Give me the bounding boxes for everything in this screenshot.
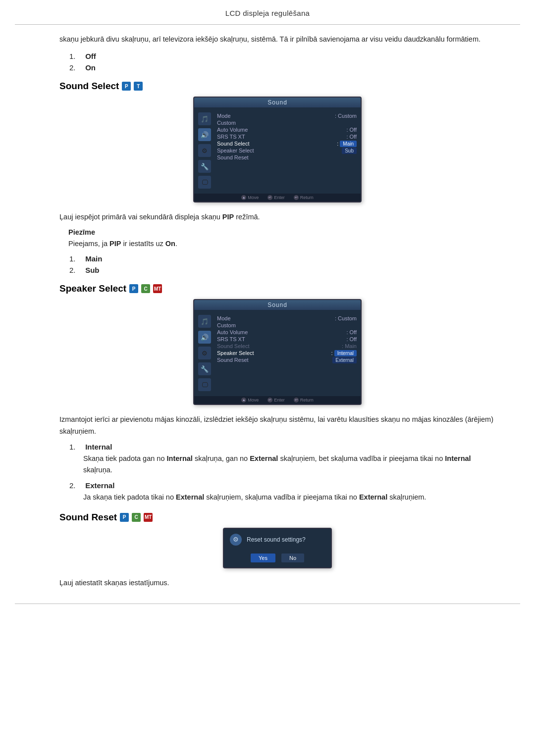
header-bar: LCD displeja regulēšana (0, 0, 535, 24)
osd-value: : Main (337, 141, 357, 147)
list-label: Sub (85, 266, 99, 274)
list-item: 1. Main (69, 254, 495, 263)
osd-icon-circle: ⚙ (198, 144, 211, 157)
list-num: 1. (69, 52, 83, 60)
list-item: 2. Sub (69, 266, 495, 274)
osd-row-mode: Mode : Custom (217, 315, 357, 322)
osd-label: Custom (217, 120, 236, 126)
osd-title: Sound (194, 300, 361, 310)
reset-yes-button[interactable]: Yes (251, 554, 275, 562)
speaker-select-list: 1. Internal Skaņa tiek padota gan no Int… (69, 443, 495, 503)
osd-footer-return: ↩ Return (294, 195, 314, 200)
list-label: On (85, 63, 96, 72)
osd-value: : Off (346, 127, 357, 133)
osd-body: 🎵 🔊 ⚙ 🔧 🖵 Mode : Custom Custom (194, 107, 361, 194)
osd-label: Speaker Select (217, 148, 254, 153)
intro-list: 1. Off 2. On (69, 52, 495, 72)
osd-row-sound-reset: Sound Reset (217, 154, 357, 161)
osd-label: Custom (217, 322, 236, 328)
list-label: Internal (85, 443, 112, 451)
note-text: Pieejams, ja PIP ir iestatīts uz On. (68, 238, 495, 250)
sound-select-osd-wrapper: Sound 🎵 🔊 ⚙ 🔧 🖵 Mode : Custom (59, 97, 495, 202)
return-icon: ↩ (294, 195, 299, 200)
osd-row-sound-select-dimmed: Sound Select : Main (217, 343, 357, 350)
osd-label: Auto Volume (217, 127, 248, 133)
reset-dialog-body: ⚙ Reset sound settings? (224, 529, 331, 551)
reset-no-button[interactable]: No (281, 554, 304, 562)
osd-label: SRS TS XT (217, 336, 245, 342)
enter-icon: ↵ (268, 398, 272, 403)
osd-dropdown-external: External (332, 357, 357, 363)
osd-value: : Off (346, 336, 357, 342)
list-item: 2. On (69, 63, 495, 72)
footer-enter-label: Enter (274, 195, 285, 200)
osd-value: : Internal (331, 350, 357, 356)
osd-dropdown-sub: Sub (342, 148, 357, 154)
list-item: 2. External Ja skaņa tiek padota tikai n… (69, 481, 495, 503)
osd-title: Sound (194, 98, 361, 107)
sound-select-list: 1. Main 2. Sub (69, 254, 495, 274)
sound-reset-title: Sound Reset (59, 512, 117, 523)
osd-footer-return: ↩ Return (294, 398, 314, 403)
bottom-rule (15, 604, 520, 604)
speaker-select-osd-wrapper: Sound 🎵 🔊 ⚙ 🔧 🖵 Mode : Custom (59, 299, 495, 405)
osd-row-custom: Custom (217, 322, 357, 329)
move-icon: ▲ (241, 195, 246, 200)
osd-footer: ▲ Move ↵ Enter ↩ Return (194, 396, 361, 404)
page-title: LCD displeja regulēšana (225, 9, 310, 17)
osd-value: External (332, 357, 357, 363)
osd-row-autovol: Auto Volume : Off (217, 126, 357, 133)
osd-icons: 🎵 🔊 ⚙ 🔧 🖵 (194, 313, 215, 393)
list-item: 1. Internal Skaņa tiek padota gan no Int… (69, 443, 495, 476)
osd-row-custom: Custom (217, 119, 357, 126)
osd-label: Sound Reset (217, 154, 249, 160)
speaker-select-description: Izmantojot ierīci ar pievienotu mājas ki… (59, 414, 495, 438)
osd-footer-enter: ↵ Enter (268, 398, 285, 403)
list-label: Main (85, 254, 102, 263)
footer-return-label: Return (300, 398, 314, 403)
footer-move-label: Move (248, 398, 259, 403)
osd-value: : Off (346, 134, 357, 140)
osd-footer-enter: ↵ Enter (268, 195, 285, 200)
osd-menu: Mode : Custom Custom Auto Volume : Off (215, 110, 361, 191)
osd-row-sound-select: Sound Select : Main (217, 140, 357, 147)
badge-c: C (141, 284, 150, 293)
osd-row-sound-reset: Sound Reset External (217, 356, 357, 363)
osd-menu: Mode : Custom Custom Auto Volume : Off (215, 313, 361, 393)
badge-t: T (134, 82, 143, 91)
return-icon: ↩ (294, 398, 299, 403)
sound-select-osd: Sound 🎵 🔊 ⚙ 🔧 🖵 Mode : Custom (193, 97, 362, 202)
osd-icon-display: 🖵 (198, 176, 211, 189)
enter-icon: ↵ (268, 195, 272, 200)
osd-label: Sound Select (217, 343, 249, 349)
speaker-select-osd: Sound 🎵 🔊 ⚙ 🔧 🖵 Mode : Custom (193, 299, 362, 405)
osd-row-mode: Mode : Custom (217, 112, 357, 119)
reset-dialog-icon: ⚙ (230, 534, 242, 546)
badge-c: C (132, 513, 141, 522)
osd-icon-display: 🖵 (198, 378, 211, 391)
osd-icons: 🎵 🔊 ⚙ 🔧 🖵 (194, 110, 215, 191)
osd-label: Mode (217, 113, 231, 119)
speaker-select-title: Speaker Select (59, 283, 126, 294)
sound-reset-description: Ļauj atiestatīt skaņas iestatījumus. (59, 577, 495, 589)
badge-p: P (129, 284, 138, 293)
osd-footer: ▲ Move ↵ Enter ↩ Return (194, 194, 361, 202)
move-icon: ▲ (241, 398, 246, 403)
osd-value: : Custom (335, 315, 357, 321)
list-num: 2. (69, 481, 83, 490)
sound-select-heading: Sound Select P T (59, 81, 495, 92)
reset-dialog: ⚙ Reset sound settings? Yes No (223, 528, 332, 568)
footer-move-label: Move (248, 195, 259, 200)
osd-row-speaker-select: Speaker Select Sub (217, 147, 357, 154)
osd-footer-move: ▲ Move (241, 398, 259, 403)
osd-row-speaker-select: Speaker Select : Internal (217, 350, 357, 356)
osd-row-srs: SRS TS XT : Off (217, 336, 357, 343)
osd-icon-active: 🔊 (198, 331, 211, 344)
osd-dropdown-internal: Internal (334, 350, 357, 356)
list-num: 1. (69, 443, 83, 451)
osd-footer-move: ▲ Move (241, 195, 259, 200)
content-area: skaņu jebkurā divu skaļruņu, arī televiz… (0, 25, 535, 604)
list-num: 2. (69, 63, 83, 72)
osd-value: Sub (342, 148, 357, 153)
page-container: LCD displeja regulēšana skaņu jebkurā di… (0, 0, 535, 604)
